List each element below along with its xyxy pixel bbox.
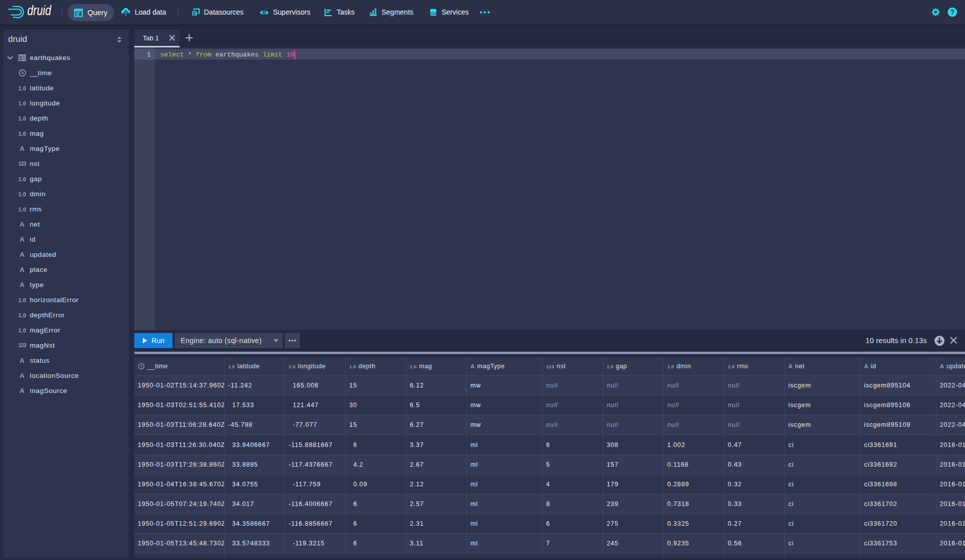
svg-text:?: ? bbox=[950, 8, 955, 16]
